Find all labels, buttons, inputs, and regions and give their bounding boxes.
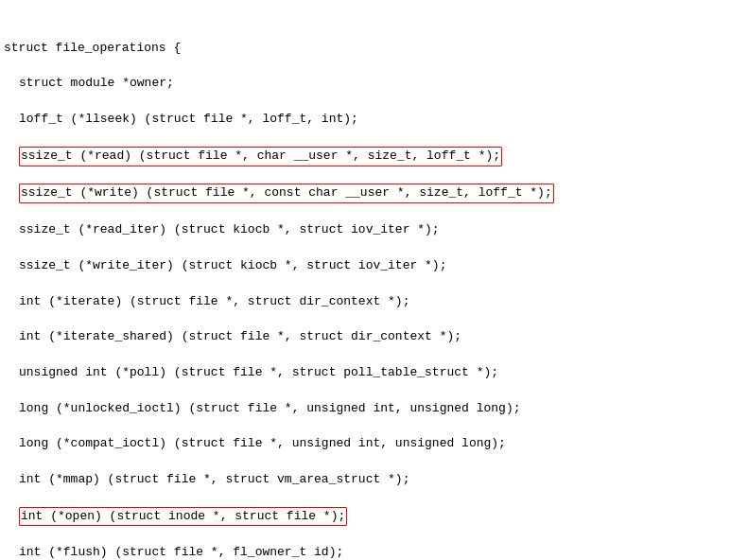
text-line-9: int (*iterate_shared) (struct file *, st… [19, 329, 461, 343]
text-line-3: loff_t (*llseek) (struct file *, loff_t,… [19, 112, 358, 126]
text-line-15: int (*flush) (struct file *, fl_owner_t … [19, 545, 343, 559]
highlight-write: ssize_t (*write) (struct file *, const c… [19, 184, 554, 203]
text-line-8: int (*iterate) (struct file *, struct di… [19, 294, 409, 308]
line-2: struct module *owner; [0, 75, 748, 93]
highlight-open: int (*open) (struct inode *, struct file… [19, 507, 347, 527]
text-line-6: ssize_t (*read_iter) (struct kiocb *, st… [19, 222, 440, 236]
line-13: int (*mmap) (struct file *, struct vm_ar… [0, 471, 748, 489]
line-4-highlighted: ssize_t (*read) (struct file *, char __u… [0, 147, 748, 166]
line-7: ssize_t (*write_iter) (struct kiocb *, s… [0, 257, 748, 275]
text-line-1: struct file_operations { [4, 41, 181, 55]
text-line-7: ssize_t (*write_iter) (struct kiocb *, s… [19, 258, 446, 272]
text-line-11: long (*unlocked_ioctl) (struct file *, u… [19, 401, 521, 415]
line-3: loff_t (*llseek) (struct file *, loff_t,… [0, 111, 748, 129]
code-viewer: struct file_operations { struct module *… [0, 0, 748, 560]
line-9: int (*iterate_shared) (struct file *, st… [0, 328, 748, 346]
text-line-10: unsigned int (*poll) (struct file *, str… [19, 365, 498, 379]
line-6: ssize_t (*read_iter) (struct kiocb *, st… [0, 221, 748, 239]
line-1: struct file_operations { [0, 40, 748, 58]
highlight-read: ssize_t (*read) (struct file *, char __u… [19, 147, 502, 166]
line-12: long (*compat_ioctl) (struct file *, uns… [0, 435, 748, 453]
line-14-highlighted: int (*open) (struct inode *, struct file… [0, 507, 748, 527]
line-10: unsigned int (*poll) (struct file *, str… [0, 364, 748, 382]
text-line-12: long (*compat_ioctl) (struct file *, uns… [19, 436, 506, 450]
text-line-2: struct module *owner; [19, 76, 174, 90]
line-11: long (*unlocked_ioctl) (struct file *, u… [0, 400, 748, 418]
line-15: int (*flush) (struct file *, fl_owner_t … [0, 544, 748, 560]
line-8: int (*iterate) (struct file *, struct di… [0, 293, 748, 311]
line-5-highlighted: ssize_t (*write) (struct file *, const c… [0, 184, 748, 203]
text-line-13: int (*mmap) (struct file *, struct vm_ar… [19, 472, 409, 486]
